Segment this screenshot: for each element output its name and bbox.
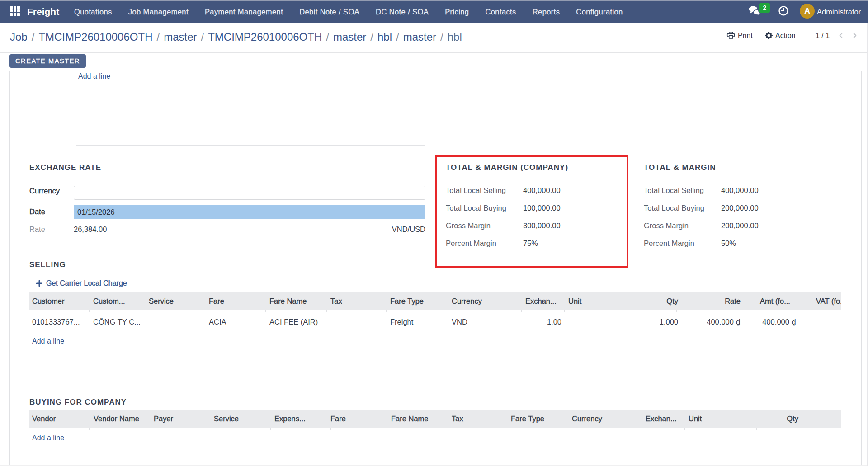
- gross-margin-label: Gross Margin: [446, 221, 491, 230]
- window-left-edge: [0, 23, 0, 466]
- buying-table-header: Vendor Vendor Name Payer Service Expens.…: [29, 410, 841, 428]
- buying-column-ticks: [0, 428, 868, 430]
- nav-item-configuration[interactable]: Configuration: [568, 1, 631, 23]
- breadcrumb-separator: /: [392, 31, 403, 43]
- nav-item-reports[interactable]: Reports: [524, 1, 568, 23]
- selling-table-header: Customer Custom... Service Fare Fare Nam…: [29, 292, 841, 310]
- freight-app: Freight Quotations Job Management Paymen…: [0, 0, 868, 466]
- col-payer[interactable]: Payer: [154, 410, 173, 428]
- col-unit[interactable]: Unit: [689, 410, 702, 428]
- selling-column-ticks: [0, 310, 868, 312]
- rate-value: 26,384.00: [74, 225, 107, 234]
- routing-table-bottom-line: [76, 145, 425, 146]
- breadcrumb-separator: /: [152, 31, 164, 43]
- col-service[interactable]: Service: [214, 410, 239, 428]
- create-master-button[interactable]: CREATE MASTER: [9, 54, 86, 68]
- breadcrumb-separator: /: [322, 31, 333, 43]
- col-fare[interactable]: Fare: [330, 410, 346, 428]
- nav-item-quotations[interactable]: Quotations: [66, 1, 120, 23]
- user-name[interactable]: Administrator: [817, 1, 861, 23]
- col-fare-type[interactable]: Fare Type: [511, 410, 544, 428]
- breadcrumb-item[interactable]: master: [333, 31, 366, 43]
- pager-next-icon[interactable]: [851, 23, 858, 49]
- action-button[interactable]: Action: [765, 23, 795, 49]
- percent-margin-label: Percent Margin: [644, 239, 694, 248]
- nav-item-debit-note-soa[interactable]: Debit Note / SOA: [291, 1, 368, 23]
- col-tax[interactable]: Tax: [330, 292, 342, 310]
- col-currency[interactable]: Currency: [452, 292, 482, 310]
- margin-company-title: TOTAL & MARGIN (COMPANY): [446, 163, 568, 172]
- total-local-selling-value: 400,000.00: [523, 186, 561, 195]
- col-vendor-name[interactable]: Vendor Name: [94, 410, 139, 428]
- app-brand[interactable]: Freight: [27, 1, 59, 23]
- selling-add-line-link[interactable]: Add a line: [32, 337, 64, 345]
- col-customer-name[interactable]: Custom...: [93, 292, 125, 310]
- total-local-buying-value: 200,000.00: [721, 204, 759, 212]
- percent-margin-label: Percent Margin: [446, 239, 496, 248]
- buying-separator: [20, 391, 861, 391]
- nav-item-dc-note-soa[interactable]: DC Note / SOA: [368, 1, 437, 23]
- breadcrumb-separator: /: [197, 31, 208, 43]
- percent-margin-value: 75%: [523, 239, 538, 248]
- date-input[interactable]: 01/15/2026: [74, 205, 425, 219]
- selling-table-row[interactable]: 0101333767... CÔNG TY C... ACIA ACI FEE …: [29, 311, 841, 333]
- rate-label: Rate: [29, 225, 45, 234]
- col-expense[interactable]: Expens...: [274, 410, 306, 428]
- buying-add-line-link[interactable]: Add a line: [32, 434, 64, 442]
- breadcrumb-item[interactable]: TMCIMP26010006OTH: [38, 31, 152, 43]
- col-fare-name[interactable]: Fare Name: [269, 292, 307, 310]
- col-amt-foreign[interactable]: Amt (fo...: [760, 292, 790, 310]
- nav-item-job-management[interactable]: Job Management: [120, 1, 197, 23]
- form-sheet: [9, 71, 862, 465]
- gross-margin-value: 200,000.00: [721, 221, 759, 230]
- breadcrumb-item[interactable]: master: [164, 31, 197, 43]
- nav-item-contacts[interactable]: Contacts: [477, 1, 524, 23]
- pager-counter: 1 / 1: [816, 23, 830, 49]
- col-exchange[interactable]: Exchan...: [525, 292, 557, 310]
- selling-separator: [20, 272, 861, 272]
- col-fare-name[interactable]: Fare Name: [391, 410, 429, 428]
- print-button[interactable]: Print: [726, 23, 753, 49]
- col-fare-type[interactable]: Fare Type: [390, 292, 424, 310]
- col-qty[interactable]: Qty: [737, 410, 798, 428]
- total-local-buying-label: Total Local Buying: [644, 204, 704, 212]
- breadcrumb-separator: /: [436, 31, 448, 43]
- breadcrumb-separator: /: [28, 31, 39, 43]
- col-customer[interactable]: Customer: [32, 292, 65, 310]
- gross-margin-label: Gross Margin: [644, 221, 689, 230]
- get-carrier-local-charge-button[interactable]: Get Carrier Local Charge: [36, 279, 127, 288]
- col-unit[interactable]: Unit: [568, 292, 581, 310]
- breadcrumb-item[interactable]: hbl: [377, 31, 392, 43]
- nav-item-pricing[interactable]: Pricing: [437, 1, 477, 23]
- col-rate[interactable]: Rate: [680, 292, 741, 310]
- date-label: Date: [29, 207, 45, 216]
- breadcrumb-item[interactable]: master: [403, 31, 436, 43]
- margin-total-title: TOTAL & MARGIN: [644, 163, 716, 172]
- col-qty[interactable]: Qty: [617, 292, 678, 310]
- col-vendor[interactable]: Vendor: [32, 410, 56, 428]
- breadcrumb-item[interactable]: TMCIMP26010006OTH: [208, 31, 322, 43]
- currency-label: Currency: [29, 187, 60, 195]
- col-fare[interactable]: Fare: [209, 292, 224, 310]
- plus-icon: [36, 280, 42, 288]
- activities-clock-icon[interactable]: [778, 6, 788, 16]
- total-local-buying-label: Total Local Buying: [446, 204, 506, 212]
- user-avatar[interactable]: A: [800, 4, 815, 19]
- breadcrumb-item[interactable]: Job: [10, 31, 28, 43]
- navbar-menu: Quotations Job Management Payment Manage…: [66, 1, 631, 23]
- col-service[interactable]: Service: [149, 292, 174, 310]
- routing-add-line-link[interactable]: Add a line: [78, 71, 110, 81]
- col-vat-foreign[interactable]: VAT (fo...: [816, 292, 841, 310]
- gross-margin-value: 300,000.00: [523, 221, 561, 230]
- messages-count-badge: 2: [759, 3, 770, 13]
- apps-grid-icon[interactable]: [10, 6, 20, 16]
- currency-input[interactable]: [74, 186, 425, 200]
- buying-title: BUYING FOR COMPANY: [29, 398, 127, 407]
- breadcrumb: Job/TMCIMP26010006OTH/master/TMCIMP26010…: [10, 28, 462, 46]
- nav-item-payment-management[interactable]: Payment Management: [197, 1, 291, 23]
- col-currency[interactable]: Currency: [572, 410, 602, 428]
- printer-icon: [726, 24, 735, 50]
- col-exchange[interactable]: Exchan...: [646, 410, 677, 428]
- pager-previous-icon[interactable]: [838, 23, 844, 49]
- col-tax[interactable]: Tax: [452, 410, 463, 428]
